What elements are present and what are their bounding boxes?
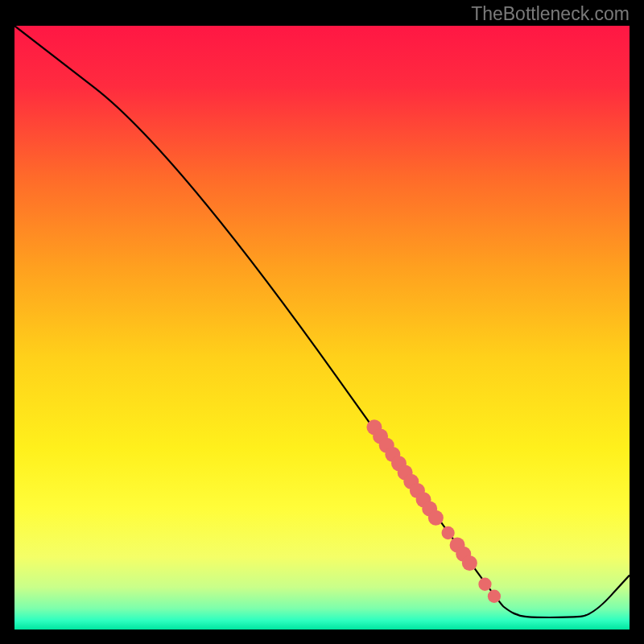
data-marker xyxy=(478,578,491,591)
data-marker xyxy=(488,590,501,603)
data-marker xyxy=(428,510,444,526)
data-marker xyxy=(462,555,477,571)
chart-plot-area xyxy=(14,26,630,630)
chart-svg xyxy=(14,26,630,630)
data-marker xyxy=(441,526,454,539)
watermark-text: TheBottleneck.com xyxy=(471,3,630,25)
gradient-background xyxy=(14,26,630,630)
